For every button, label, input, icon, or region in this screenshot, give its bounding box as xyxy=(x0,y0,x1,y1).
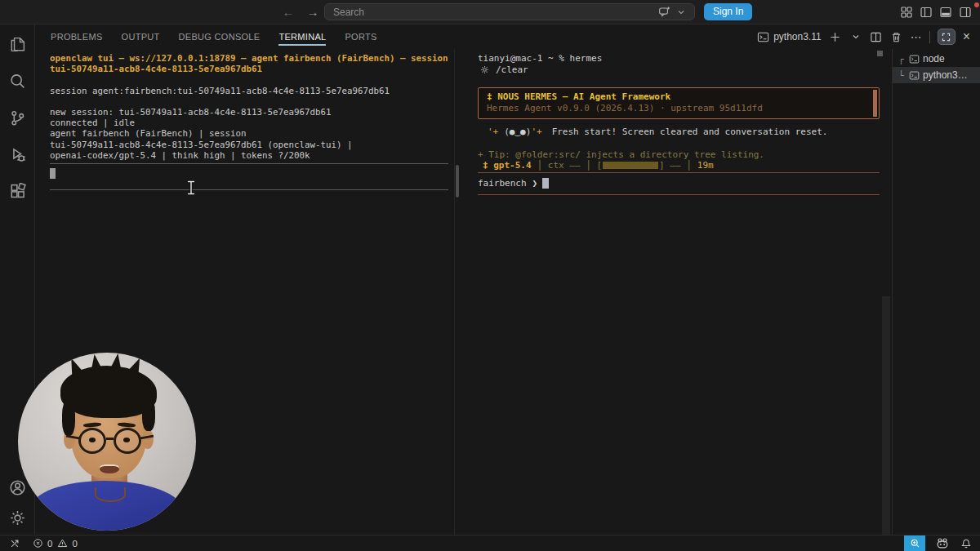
terminal-text: openai-codex/gpt-5.4 | think high | toke… xyxy=(50,150,455,161)
tab-debug-console[interactable]: DEBUG CONSOLE xyxy=(179,25,261,49)
close-panel-icon[interactable]: × xyxy=(963,30,970,43)
banner-title: ‡ NOUS HERMES — AI Agent Framework xyxy=(487,91,670,102)
error-count: 0 xyxy=(47,539,52,549)
banner-scroll-indicator xyxy=(873,90,877,117)
extensions-icon[interactable] xyxy=(8,182,26,200)
command-center-search[interactable] xyxy=(324,3,695,20)
right-terminal-cursor xyxy=(542,178,549,189)
more-actions-icon[interactable]: ⋯ xyxy=(911,30,922,43)
status-bar: 0 0 xyxy=(0,535,980,551)
mouse-ibeam-cursor xyxy=(185,180,197,196)
model-status-line: ‡ gpt-5.4 │ ctx –– │ [ ] –– │ 19m xyxy=(478,160,714,171)
left-terminal-cursor xyxy=(50,168,56,179)
terminal-text: tianyi@mac-1 ~ % hermes xyxy=(478,53,602,64)
webcam-person-mouth xyxy=(100,464,119,473)
account-icon[interactable] xyxy=(8,478,26,496)
toggle-secondary-sidebar-icon[interactable] xyxy=(959,6,972,19)
terminal-icon xyxy=(908,69,920,81)
fresh-start-line: '+ (●‿●) '+ Fresh start! Screen cleared … xyxy=(478,127,827,137)
copilot-chat-icon[interactable] xyxy=(657,6,670,19)
remote-indicator-icon[interactable] xyxy=(8,537,21,550)
chevron-down-icon[interactable] xyxy=(675,6,688,19)
launch-profile-chevron-icon[interactable] xyxy=(849,30,862,43)
sign-in-button[interactable]: Sign In xyxy=(704,3,752,20)
toggle-primary-sidebar-icon[interactable] xyxy=(920,6,933,19)
terminal-list-item-node[interactable]: ┌ node xyxy=(893,51,980,67)
terminal-list-label: node xyxy=(923,53,945,64)
terminal-text: session agent:fairbench:tui-50749a11-acb… xyxy=(50,86,455,96)
terminal-split-divider[interactable] xyxy=(454,49,455,535)
webcam-person-hair xyxy=(62,400,75,436)
kaomoji-face: (●‿●) xyxy=(504,127,531,137)
back-icon[interactable]: ← xyxy=(279,0,297,24)
webcam-person-ear xyxy=(142,429,154,449)
model-label: ‡ gpt-5.4 xyxy=(483,160,532,171)
new-terminal-plus-icon[interactable] xyxy=(829,30,842,43)
tab-problems[interactable]: PROBLEMS xyxy=(51,25,103,49)
errors-warnings-indicator[interactable]: 0 0 xyxy=(31,537,78,550)
terminal-list-label: python3… xyxy=(923,69,968,81)
webcam-person-hair xyxy=(142,398,155,431)
screencast-zoom-button[interactable] xyxy=(904,535,925,551)
recording-dot xyxy=(974,2,979,7)
agent-prompt-line: fairbench ❯ xyxy=(478,178,549,189)
split-terminal-icon[interactable] xyxy=(870,30,883,43)
sparkle-icon: '+ xyxy=(488,127,498,137)
prompt-caret-icon: ❯ xyxy=(532,178,538,189)
prompt-bottom-rule xyxy=(478,194,880,195)
terminal-text: new session: tui-50749a11-acb8-4c4e-8113… xyxy=(50,107,455,118)
terminal-text: agent fairbench (FairBench) | session xyxy=(50,128,455,139)
terminal-text: Fresh start! Screen cleared and conversa… xyxy=(552,127,828,137)
terminal-text: ] –– │ xyxy=(659,160,692,171)
tip-line: + Tip: @folder:src/ injects a directory … xyxy=(478,149,764,160)
tab-output[interactable]: OUTPUT xyxy=(122,25,160,49)
terminal-icon xyxy=(756,30,769,43)
toggle-panel-icon[interactable] xyxy=(939,6,952,19)
maximize-panel-button[interactable] xyxy=(938,29,956,45)
webcam-person-hair xyxy=(89,353,103,371)
error-icon xyxy=(31,537,44,550)
search-input[interactable] xyxy=(325,7,657,18)
shell-selector[interactable]: python3.11 xyxy=(756,30,822,43)
kill-terminal-trash-icon[interactable] xyxy=(890,30,903,43)
input-box-bottom-rule xyxy=(50,189,448,190)
terminal-tabs-list: ┌ node └ python3… xyxy=(893,51,980,83)
warning-icon xyxy=(56,537,69,550)
terminal-icon xyxy=(908,53,920,64)
terminal-scrollbar-track[interactable] xyxy=(882,296,890,535)
terminal-list-border xyxy=(892,49,893,535)
right-pane-scroll-indicator[interactable] xyxy=(877,51,883,56)
terminal-list-item-python[interactable]: └ python3… xyxy=(893,67,980,83)
shell-prompt-line: tianyi@mac-1 ~ % hermes xyxy=(478,53,602,64)
settings-gear-icon[interactable] xyxy=(8,509,26,527)
agent-name: fairbench xyxy=(478,178,527,189)
notifications-bell-icon[interactable] xyxy=(960,537,973,550)
toolbar-separator xyxy=(929,31,930,43)
clear-command-line: /clear xyxy=(478,64,528,75)
terminal-text: tui-50749a11-acb8-4c4e-8113-5e7ea967db61… xyxy=(50,140,455,150)
run-debug-icon[interactable] xyxy=(8,145,26,163)
webcam-person-eye xyxy=(89,438,96,442)
source-control-icon[interactable] xyxy=(8,109,26,127)
context-progress-bar xyxy=(603,162,658,169)
customize-layout-icon[interactable] xyxy=(900,6,913,19)
tab-terminal[interactable]: TERMINAL xyxy=(278,25,326,49)
forward-icon[interactable]: → xyxy=(304,0,322,24)
terminal-text: + Tip: @folder:src/ injects a directory … xyxy=(478,149,764,160)
gear-icon xyxy=(478,64,491,77)
webcam-person-hair xyxy=(110,353,124,371)
terminal-text: tui-50749a11-acb8-4c4e-8113-5e7ea967db61 xyxy=(50,64,455,74)
split-tree-bottom-icon: └ xyxy=(898,70,905,81)
prompt-top-rule xyxy=(478,172,880,173)
search-icon[interactable] xyxy=(8,72,26,90)
webcam-overlay xyxy=(18,353,196,531)
input-box-top-rule xyxy=(50,163,448,164)
terminal-text: openclaw tui — ws://127.0.0.1:18789 — ag… xyxy=(50,53,455,64)
left-pane-scrollbar-thumb[interactable] xyxy=(456,165,459,198)
left-terminal-output: openclaw tui — ws://127.0.0.1:18789 — ag… xyxy=(50,53,455,161)
explorer-icon[interactable] xyxy=(8,35,26,53)
copilot-status-icon[interactable] xyxy=(936,537,949,550)
context-label: │ ctx –– │ [ xyxy=(537,160,602,171)
hermes-banner-box: ‡ NOUS HERMES — AI Agent Framework Herme… xyxy=(478,87,880,119)
tab-ports[interactable]: PORTS xyxy=(345,25,376,49)
